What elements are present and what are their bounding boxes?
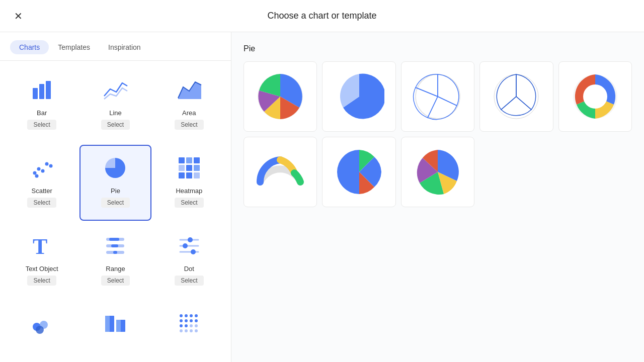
pie-variant-4[interactable]	[479, 61, 553, 132]
chart-item-bar2[interactable]	[79, 301, 151, 356]
combo-chart-icon	[27, 309, 57, 339]
svg-point-45	[195, 319, 198, 322]
tab-templates[interactable]: Templates	[49, 40, 99, 54]
svg-rect-2	[46, 81, 51, 99]
text-select-btn[interactable]: Select	[27, 276, 56, 286]
bar-select-btn[interactable]: Select	[27, 120, 56, 130]
pie-section-title: Pie	[244, 44, 632, 53]
svg-rect-11	[194, 157, 200, 163]
svg-rect-17	[194, 172, 200, 178]
svg-point-58	[583, 84, 607, 109]
right-panel: Pie	[231, 32, 644, 362]
heatmap-chart-icon	[174, 153, 204, 183]
svg-point-5	[41, 169, 45, 173]
dialog-title: Choose a chart or template	[267, 11, 376, 21]
line-select-btn[interactable]: Select	[101, 120, 130, 130]
svg-point-4	[37, 167, 41, 171]
svg-rect-15	[179, 172, 185, 178]
dot-chart-name: Dot	[184, 265, 194, 273]
svg-rect-13	[186, 165, 192, 171]
chart-item-scatter[interactable]: Scatter Select	[6, 145, 77, 221]
heatmap-chart-name: Heatmap	[176, 187, 202, 195]
chart-item-dotgrid[interactable]	[153, 301, 225, 356]
svg-point-53	[195, 329, 198, 332]
chart-grid: Bar Select Line Select	[0, 61, 231, 362]
svg-point-43	[185, 319, 188, 322]
close-button[interactable]: ✕	[10, 8, 26, 24]
area-chart-icon	[174, 75, 204, 105]
svg-rect-24	[113, 251, 117, 254]
svg-point-30	[191, 249, 196, 254]
pie-variant-8[interactable]	[401, 137, 474, 207]
svg-rect-9	[179, 157, 185, 163]
svg-text:T: T	[33, 234, 47, 259]
area-select-btn[interactable]: Select	[175, 120, 203, 130]
tab-charts[interactable]: Charts	[10, 40, 49, 54]
svg-point-6	[45, 162, 49, 166]
text-chart-name: Text Object	[26, 265, 58, 273]
tab-inspiration[interactable]: Inspiration	[99, 40, 150, 54]
svg-point-46	[180, 324, 183, 327]
svg-rect-12	[179, 165, 185, 171]
chart-item-range[interactable]: Range Select	[79, 223, 151, 299]
svg-point-38	[180, 314, 183, 317]
svg-rect-37	[116, 320, 121, 332]
dot-select-btn[interactable]: Select	[175, 276, 203, 286]
pie-select-btn[interactable]: Select	[101, 198, 130, 208]
chart-item-line[interactable]: Line Select	[79, 67, 151, 143]
chart-item-combo[interactable]	[6, 301, 77, 356]
pie-variant-2[interactable]	[322, 61, 395, 132]
svg-point-50	[180, 329, 183, 332]
chart-item-dot[interactable]: Dot Select	[153, 223, 225, 299]
area-chart-name: Area	[182, 109, 196, 117]
svg-rect-1	[39, 84, 44, 99]
svg-point-44	[190, 319, 193, 322]
svg-point-3	[33, 171, 37, 175]
pie-variant-6[interactable]	[244, 137, 317, 207]
top-bar: ✕ Choose a chart or template	[0, 0, 644, 32]
chart-item-heatmap[interactable]: Heatmap Select	[153, 145, 225, 221]
svg-rect-20	[109, 238, 119, 241]
range-chart-name: Range	[106, 265, 125, 273]
bar-chart-icon	[27, 75, 57, 105]
scatter-select-btn[interactable]: Select	[27, 198, 56, 208]
scatter-chart-icon	[27, 153, 57, 183]
pie-chart-name: Pie	[111, 187, 120, 195]
svg-rect-10	[186, 157, 192, 163]
pie-variant-7[interactable]	[322, 137, 395, 207]
svg-point-48	[190, 324, 193, 327]
line-chart-icon	[100, 75, 130, 105]
bar2-chart-icon	[100, 309, 130, 339]
pie-variant-1[interactable]	[244, 61, 317, 132]
svg-point-47	[185, 324, 188, 327]
svg-point-42	[180, 319, 183, 322]
bar-chart-name: Bar	[37, 109, 47, 117]
svg-rect-35	[105, 316, 110, 332]
pie-variant-5[interactable]	[558, 61, 632, 132]
dotgrid-chart-icon	[174, 309, 204, 339]
svg-point-8	[35, 174, 39, 178]
svg-point-40	[190, 314, 193, 317]
svg-point-41	[195, 314, 198, 317]
heatmap-select-btn[interactable]: Select	[175, 198, 203, 208]
svg-point-28	[183, 243, 188, 248]
text-chart-icon: T	[27, 231, 57, 261]
svg-rect-0	[33, 88, 38, 99]
main-content: Charts Templates Inspiration Bar Select	[0, 32, 644, 362]
svg-point-7	[49, 164, 53, 168]
svg-point-51	[185, 329, 188, 332]
pie-variant-3[interactable]	[401, 61, 474, 132]
range-select-btn[interactable]: Select	[101, 276, 130, 286]
chart-item-bar[interactable]: Bar Select	[6, 67, 77, 143]
line-chart-name: Line	[109, 109, 122, 117]
svg-point-33	[36, 326, 44, 334]
pie-chart-icon	[100, 153, 130, 183]
svg-point-39	[185, 314, 188, 317]
chart-item-text[interactable]: T Text Object Select	[6, 223, 77, 299]
chart-item-pie[interactable]: Pie Select	[79, 145, 151, 221]
chart-item-area[interactable]: Area Select	[153, 67, 225, 143]
svg-rect-22	[111, 244, 118, 247]
svg-point-52	[190, 329, 193, 332]
tab-bar: Charts Templates Inspiration	[0, 32, 231, 61]
svg-point-49	[195, 324, 198, 327]
